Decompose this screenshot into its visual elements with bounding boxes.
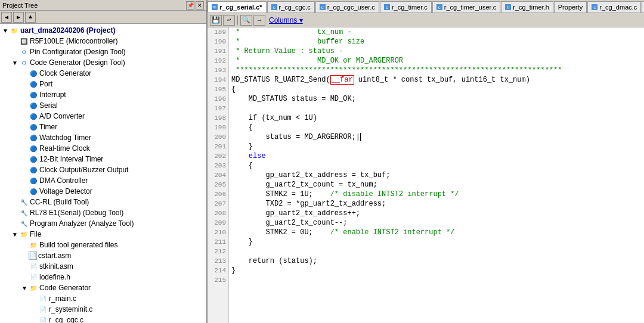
code-210-comment: /* enable INTST2 interrupt */ [330,228,455,237]
tree-item-watchdog[interactable]: 🔵 Watchdog Timer [0,132,206,143]
ln-211: 211 [210,237,226,247]
code-194-part2: uint8_t * const tx_buf, uint16_t tx_num) [354,76,530,84]
tree-item-stkinit[interactable]: 📄 stkinit.asm [0,261,206,272]
tree-item-cstart[interactable]: 📄 cstart.asm [0,250,206,261]
ln-189: 189 [210,27,226,37]
code-line-203: { [231,161,642,170]
tab-icon-cgc: c [271,4,277,10]
ln-195: 195 [210,85,226,94]
editor-tab-bar: c r_cg_serial.c* c r_cg_cgc.c c r_cg_cgc… [208,0,644,13]
tab-r-cg-timer-user[interactable]: c r_cg_timer_user.c [432,1,500,13]
tree-item-voltage[interactable]: 🔵 Voltage Detector [0,186,206,197]
tree-item-cc-rl[interactable]: 🔧 CC-RL (Build Tool) [0,197,206,207]
tree-item-r-main[interactable]: 📄 r_main.c [0,293,206,304]
tab-label-dmac: r_cg_dmac.c [599,4,637,11]
tree-content[interactable]: ▼ 📁 uart_dma20240206 (Project) 🔲 R5F100L… [0,24,206,323]
toolbar-save-btn[interactable]: 💾 [210,15,222,26]
clock-output-icon: 🔵 [29,165,38,175]
tree-item-rl78-debug[interactable]: 🔧 RL78 E1(Serial) (Debug Tool) [0,207,206,218]
tree-forward-btn[interactable]: ▶ [13,12,24,23]
code-line-204: gp_uart2_tx_address = tx_buf; [231,170,642,180]
ln-200: 200 [210,132,226,142]
tree-item-clock-output[interactable]: 🔵 Clock Output/Buzzer Output [0,164,206,175]
file-folder-icon: 📁 [19,229,29,239]
rl78-icon: 🔧 [19,208,29,218]
code-210-code: STMK2 = 0U; [231,228,330,237]
build-generated-label: Build tool generated files [39,241,117,249]
stkinit-label: stkinit.asm [39,262,73,271]
tree-item-project-root[interactable]: ▼ 📁 uart_dma20240206 (Project) [0,25,206,36]
tree-item-code-gen-design[interactable]: ▼ ⚙ Code Generator (Design Tool) [0,57,206,68]
code-line-197 [231,104,642,113]
tree-item-port[interactable]: 🔵 Port [0,79,206,89]
tab-r-cg-dmac[interactable]: c r_cg_dmac.c [587,1,641,13]
voltage-label: Voltage Detector [39,187,92,195]
r-cg-cgc-label: r_cg_cgc.c [49,316,83,323]
tab-r-cg-timer[interactable]: c r_cg_timer.c [380,1,432,13]
tree-toolbar: ◀ ▶ ▲ [0,11,206,24]
tree-item-clock-gen[interactable]: 🔵 Clock Generator [0,68,206,79]
watchdog-label: Watchdog Timer [39,133,91,142]
toolbar-nav-btn[interactable]: → [253,15,265,26]
code-line-193: ****************************************… [231,66,642,75]
clock-gen-icon: 🔵 [29,69,38,78]
port-label: Port [39,80,52,88]
toolbar-undo-btn[interactable]: ↩ [223,15,235,26]
tree-item-r-systeminit[interactable]: 📄 r_systeminit.c [0,304,206,315]
tree-back-btn[interactable]: ◀ [1,12,12,23]
clock-output-label: Clock Output/Buzzer Output [39,166,128,174]
r-main-icon: 📄 [38,294,48,303]
columns-button[interactable]: Columns ▾ [269,16,303,24]
code-line-214: } [231,266,642,275]
code-line-196: MD_STATUS status = MD_OK; [231,94,642,104]
panel-close-btn[interactable]: ✕ [196,1,204,10]
cc-rl-icon: 🔧 [19,197,29,207]
tab-r-cg-timer-h[interactable]: h r_cg_timer.h [501,1,553,13]
timer-label: Timer [39,123,57,131]
tab-label-cgc-user: r_cg_cgc_user.c [327,4,375,11]
program-analyzer-label: Program Analyzer (Analyze Tool) [30,219,134,228]
tree-item-code-gen-folder[interactable]: ▼ 📁 Code Generator [0,282,206,293]
ln-205: 205 [210,180,226,190]
tree-item-program-analyzer[interactable]: 🔧 Program Analyzer (Analyze Tool) [0,218,206,229]
watchdog-icon: 🔵 [29,133,38,142]
toolbar-find-btn[interactable]: 🔍 [240,15,252,26]
tree-item-interrupt[interactable]: 🔵 Interrupt [0,89,206,100]
tree-item-dma[interactable]: 🔵 DMA Controller [0,175,206,186]
tab-icon-serial: c [212,4,218,10]
panel-title: Project Tree [2,2,38,9]
panel-title-bar: Project Tree 📌 ✕ [0,0,206,11]
tree-item-timer[interactable]: 🔵 Timer [0,122,206,132]
tree-item-build-generated[interactable]: 📁 Build tool generated files [0,240,206,250]
keyword-else: else [249,152,266,160]
tab-r-cg-cgc-user[interactable]: c r_cg_cgc_user.c [315,1,379,13]
microcontroller-label: R5F100LE (Microcontroller) [30,37,117,45]
tab-r-cg-serial[interactable]: c r_cg_serial.c* [208,1,267,13]
tree-up-btn[interactable]: ▲ [25,12,36,23]
tab-property[interactable]: Property [554,1,587,13]
tree-item-microcontroller[interactable]: 🔲 R5F100LE (Microcontroller) [0,36,206,46]
tree-item-rtc[interactable]: 🔵 Real-time Clock [0,143,206,154]
tree-item-ad-converter[interactable]: 🔵 A/D Converter [0,111,206,122]
tree-item-serial[interactable]: 🔵 Serial [0,100,206,111]
ln-208: 208 [210,209,226,218]
tree-item-12bit[interactable]: 🔵 12-Bit Interval Timer [0,154,206,164]
ln-197: 197 [210,104,226,113]
ln-191: 191 [210,46,226,56]
r-systeminit-label: r_systeminit.c [49,305,92,313]
code-line-200: status = MD_ARGERROR;| [231,132,642,142]
panel-pin-btn[interactable]: 📌 [186,1,194,10]
tree-item-file[interactable]: ▼ 📁 File [0,229,206,240]
code-content[interactable]: * tx_num - * buffer size * Return Value … [229,27,644,323]
code-line-201: } [231,142,642,151]
tree-item-iodefine[interactable]: 📄 iodefine.h [0,272,206,282]
tab-r-cg-cgc[interactable]: c r_cg_cgc.c [267,1,315,13]
tree-item-pin-config[interactable]: ⚙ Pin Configurator (Design Tool) [0,46,206,57]
tree-item-r-cg-cgc[interactable]: 📄 r_cg_cgc.c [0,315,206,323]
pin-config-icon: ⚙ [19,47,29,57]
tab-r-more[interactable]: c r_... [642,1,644,13]
cursor: | [356,133,361,141]
timer-icon: 🔵 [29,122,38,132]
12bit-icon: 🔵 [29,154,38,164]
dma-label: DMA Controller [39,176,88,185]
